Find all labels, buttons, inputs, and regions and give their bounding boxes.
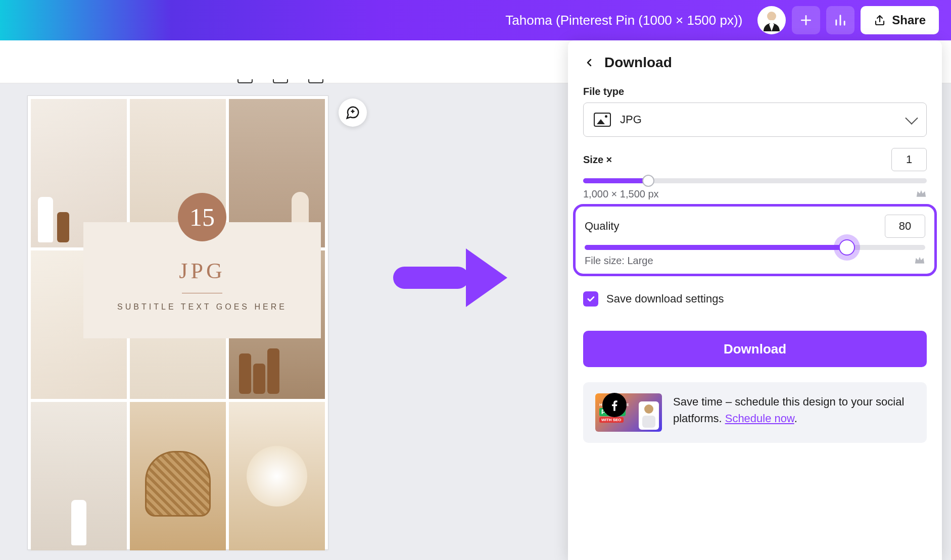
divider	[182, 293, 222, 293]
design-page[interactable]: 15 JPG SUBTITLE TEXT GOES HERE	[27, 95, 328, 550]
file-type-value: JPG	[620, 113, 642, 126]
size-input[interactable]	[891, 148, 927, 171]
download-panel: Download File type JPG Size × 1,000 × 1,…	[568, 40, 942, 560]
svg-point-0	[767, 12, 776, 21]
comment-icon	[345, 105, 360, 120]
quality-input[interactable]	[885, 215, 925, 238]
checkmark-icon	[586, 294, 595, 303]
quality-slider[interactable]	[585, 245, 925, 250]
image-cell	[229, 402, 325, 550]
quality-label: Quality	[585, 220, 619, 233]
image-icon	[594, 113, 611, 127]
comment-button[interactable]	[339, 98, 367, 127]
image-cell	[31, 402, 127, 550]
save-settings-checkbox[interactable]	[583, 291, 598, 307]
size-slider[interactable]	[583, 178, 927, 183]
dimensions-text: 1,000 × 1,500 px	[583, 188, 659, 200]
share-label: Share	[892, 13, 926, 27]
facebook-icon	[602, 393, 627, 417]
schedule-now-link[interactable]: Schedule now	[725, 412, 794, 425]
add-button[interactable]	[792, 6, 820, 34]
crown-icon	[914, 255, 925, 264]
overlay-card: 15 JPG SUBTITLE TEXT GOES HERE	[83, 222, 321, 338]
document-title[interactable]: Tahoma (Pinterest Pin (1000 × 1500 px))	[505, 13, 742, 28]
share-icon	[874, 14, 886, 26]
analytics-button[interactable]	[826, 6, 854, 34]
overlay-subtitle: SUBTITLE TEXT GOES HERE	[117, 302, 287, 312]
overlay-title: JPG	[179, 258, 225, 284]
file-size-text: File size: Large	[585, 255, 653, 267]
panel-title: Download	[604, 55, 672, 71]
chevron-down-icon	[905, 112, 918, 124]
app-header: Tahoma (Pinterest Pin (1000 × 1500 px)) …	[0, 0, 951, 40]
user-avatar[interactable]	[757, 6, 786, 34]
file-type-label: File type	[583, 86, 927, 97]
promo-text: Save time – schedule this design to your…	[673, 393, 915, 427]
file-type-select[interactable]: JPG	[583, 103, 927, 137]
back-button[interactable]	[583, 57, 595, 69]
share-button[interactable]: Share	[861, 6, 939, 34]
image-cell	[130, 402, 226, 550]
size-label: Size ×	[583, 154, 612, 166]
number-badge: 15	[178, 193, 226, 241]
save-settings-label: Save download settings	[606, 292, 724, 306]
page-actions-cutoff	[237, 79, 323, 83]
schedule-promo: HOW TO MAKE PROFIT WITH SEO Save time – …	[583, 382, 927, 443]
quality-highlight: Quality File size: Large	[573, 204, 937, 276]
crown-icon	[916, 188, 927, 197]
download-button[interactable]: Download	[583, 331, 927, 367]
annotation-arrow	[393, 255, 514, 300]
